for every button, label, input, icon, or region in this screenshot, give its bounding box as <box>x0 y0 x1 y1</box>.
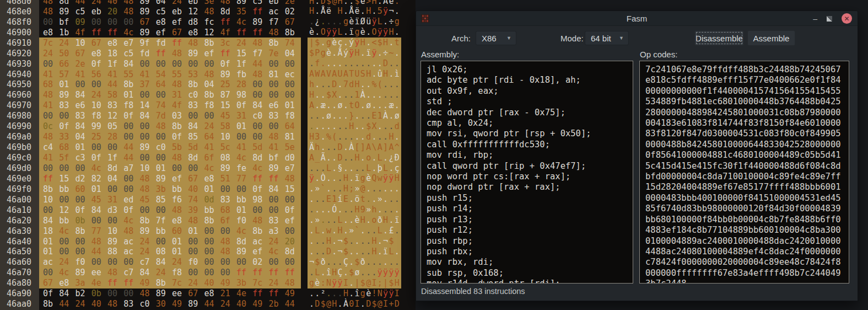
hex-byte[interactable]: 8d <box>236 237 252 247</box>
hex-byte[interactable]: 82 <box>91 174 107 184</box>
hex-byte[interactable]: 89 <box>236 247 252 256</box>
ascii-char[interactable]: . <box>343 121 349 131</box>
arch-select[interactable]: X86 ▼ <box>476 31 516 45</box>
hex-byte[interactable]: d2 <box>76 174 91 184</box>
hex-byte[interactable]: 8b <box>172 121 188 131</box>
ascii-char[interactable]: . <box>321 142 326 152</box>
hex-byte[interactable]: 24 <box>269 278 285 288</box>
ascii-char[interactable]: $ <box>315 257 320 267</box>
hex-byte[interactable]: ac <box>43 257 59 267</box>
hex-bytes[interactable]: 0c0f8499050000488b84245801000064 <box>39 121 301 132</box>
ascii-char[interactable]: À <box>349 142 354 152</box>
hex-byte[interactable]: 00 <box>188 111 204 121</box>
hex-byte[interactable]: ac <box>123 247 139 256</box>
ascii-char[interactable]: . <box>338 173 343 183</box>
ascii-char[interactable]: Ò <box>321 173 326 183</box>
ascii-char[interactable]: . <box>338 79 343 89</box>
hex-byte[interactable]: 48 <box>285 174 301 184</box>
ascii-char[interactable]: . <box>383 257 389 267</box>
ascii-char[interactable]: . <box>343 215 349 225</box>
hex-byte[interactable]: ff <box>285 268 301 277</box>
ascii-char[interactable]: H <box>309 90 315 100</box>
restore-icon[interactable] <box>826 15 833 22</box>
ascii-char[interactable]: . <box>343 100 349 110</box>
hex-byte[interactable]: 00 <box>43 268 59 277</box>
ascii-char[interactable]: . <box>389 257 394 267</box>
ascii-char[interactable]: D <box>338 153 343 163</box>
ascii-char[interactable]: ý <box>349 38 354 47</box>
ascii-char[interactable]: . <box>360 299 366 309</box>
hex-byte[interactable]: 00 <box>123 17 139 27</box>
hex-byte[interactable]: f0 <box>76 257 91 267</box>
hex-byte[interactable]: 04 <box>107 174 123 184</box>
hex-byte[interactable]: 01 <box>156 163 172 173</box>
hex-byte[interactable]: 00 <box>285 195 301 205</box>
hex-byte[interactable]: 45 <box>91 195 107 205</box>
ascii-char[interactable]: . <box>326 215 332 225</box>
ascii-char[interactable]: Q <box>371 173 377 183</box>
ascii-char[interactable]: ë <box>389 0 394 6</box>
ascii-char[interactable]: . <box>371 132 377 142</box>
hex-byte[interactable]: 7c <box>252 278 268 288</box>
hex-byte[interactable]: ac <box>252 237 268 247</box>
ascii-char[interactable]: D <box>326 247 332 256</box>
ascii-char[interactable]: . <box>395 79 400 89</box>
ascii-char[interactable]: H <box>343 288 349 298</box>
hex-byte[interactable]: 39 <box>188 205 204 215</box>
ascii-char[interactable]: . <box>315 6 320 16</box>
hex-byte[interactable]: 84 <box>59 288 75 298</box>
ascii-char[interactable]: ç <box>395 163 400 173</box>
ascii-char[interactable]: h <box>309 79 315 89</box>
ascii-char[interactable]: ¬ <box>383 236 389 246</box>
hex-byte[interactable]: 8b <box>43 299 59 309</box>
ascii-char[interactable]: H <box>389 132 394 142</box>
hex-byte[interactable]: 6f <box>204 153 220 163</box>
ascii-char[interactable]: $ <box>343 236 349 246</box>
hex-byte[interactable]: 00 <box>123 257 139 267</box>
ascii-char[interactable]: . <box>309 288 315 298</box>
ascii-char[interactable]: . <box>355 58 360 68</box>
ascii-char[interactable]: . <box>315 27 320 37</box>
hex-byte[interactable]: 24 <box>59 38 75 48</box>
hex-byte[interactable]: 5d <box>188 142 204 152</box>
ascii-char[interactable]: . <box>360 236 366 246</box>
hex-byte[interactable]: 14 <box>140 100 156 110</box>
ascii-char[interactable]: . <box>332 247 337 256</box>
ascii-char[interactable]: . <box>349 215 354 225</box>
hex-byte[interactable]: 89 <box>220 70 236 79</box>
ascii-char[interactable]: H <box>309 132 315 142</box>
hex-byte[interactable]: 24 <box>156 268 172 277</box>
ascii-char[interactable]: . <box>366 236 371 246</box>
ascii-char[interactable]: ï <box>355 17 360 26</box>
ascii-char[interactable]: Ã <box>321 153 326 163</box>
ascii-char[interactable]: ÿ <box>378 27 383 37</box>
hex-byte[interactable]: 53 <box>188 70 204 79</box>
ascii-char[interactable]: P <box>315 48 320 58</box>
ascii-char[interactable]: . <box>360 58 366 68</box>
ascii-char[interactable]: $ <box>349 268 354 277</box>
ascii-char[interactable]: I <box>355 299 360 309</box>
hex-byte[interactable]: 66 <box>59 59 75 69</box>
hex-byte[interactable]: e8 <box>172 216 188 226</box>
hex-bytes[interactable]: 488984245801000031c08b8798000000 <box>39 90 301 100</box>
hex-byte[interactable]: 0f <box>59 121 75 131</box>
ascii-char[interactable]: I <box>383 299 389 309</box>
ascii-char[interactable]: d <box>395 121 400 131</box>
ascii-char[interactable]: . <box>338 205 343 215</box>
ascii-char[interactable]: . <box>383 79 389 89</box>
ascii-char[interactable]: ð <box>378 215 383 225</box>
ascii-char[interactable]: . <box>315 288 320 298</box>
hex-byte[interactable]: f0 <box>188 257 204 267</box>
hex-byte[interactable]: 24 <box>172 0 188 6</box>
hex-byte[interactable]: 00 <box>76 163 91 173</box>
ascii-column[interactable]: ....Ó...H9»h.... <box>308 205 401 215</box>
hex-byte[interactable]: 4e <box>91 278 107 288</box>
opcodes-text[interactable]: 7c241067e8e79ffdff488b3c24488b74245067 e… <box>639 61 849 284</box>
hex-byte[interactable]: 67 <box>188 288 204 298</box>
hex-byte[interactable]: 48 <box>269 28 285 38</box>
ascii-char[interactable]: D <box>338 142 343 152</box>
ascii-char[interactable]: . <box>389 79 394 89</box>
ascii-char[interactable]: þ <box>378 163 383 173</box>
ascii-char[interactable]: . <box>378 90 383 100</box>
hex-byte[interactable]: 00 <box>107 17 123 27</box>
